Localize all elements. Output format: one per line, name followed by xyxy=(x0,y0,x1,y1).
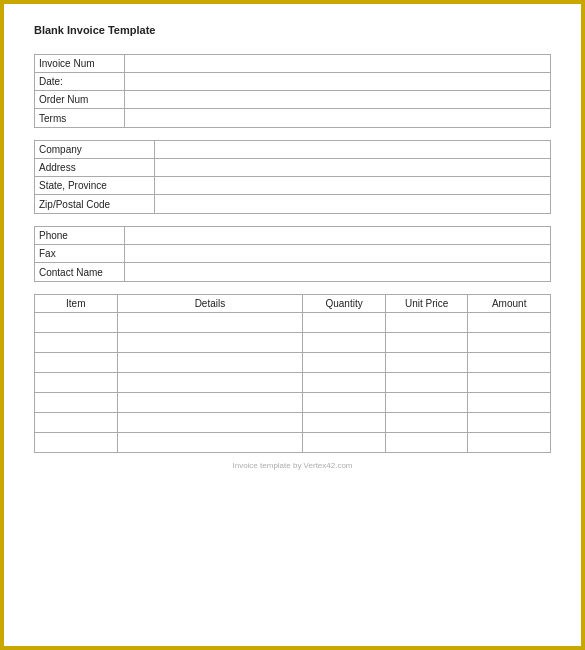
invoice-table: Item Details Quantity Unit Price Amount xyxy=(34,294,551,453)
info-section: Invoice Num Date: Order Num Terms xyxy=(34,54,551,128)
table-cell-4-0[interactable] xyxy=(35,393,118,413)
table-row xyxy=(35,313,551,333)
table-cell-1-2[interactable] xyxy=(303,333,386,353)
table-cell-6-0[interactable] xyxy=(35,433,118,453)
table-cell-4-4[interactable] xyxy=(468,393,551,413)
label-fax: Fax xyxy=(35,245,125,262)
table-cell-3-2[interactable] xyxy=(303,373,386,393)
field-row-phone: Phone xyxy=(35,227,550,245)
value-terms[interactable] xyxy=(125,109,550,127)
field-row-invoice: Invoice Num xyxy=(35,55,550,73)
table-cell-1-0[interactable] xyxy=(35,333,118,353)
table-cell-4-2[interactable] xyxy=(303,393,386,413)
table-cell-0-4[interactable] xyxy=(468,313,551,333)
value-fax[interactable] xyxy=(125,245,550,262)
field-row-address: Address xyxy=(35,159,550,177)
page-title: Blank Invoice Template xyxy=(34,24,551,36)
table-cell-3-0[interactable] xyxy=(35,373,118,393)
table-cell-6-2[interactable] xyxy=(303,433,386,453)
table-row xyxy=(35,333,551,353)
table-cell-3-4[interactable] xyxy=(468,373,551,393)
value-company[interactable] xyxy=(155,141,550,158)
table-cell-5-3[interactable] xyxy=(385,413,468,433)
table-cell-0-3[interactable] xyxy=(385,313,468,333)
col-header-details: Details xyxy=(117,295,303,313)
value-zip[interactable] xyxy=(155,195,550,213)
table-row xyxy=(35,393,551,413)
table-row xyxy=(35,373,551,393)
table-cell-2-3[interactable] xyxy=(385,353,468,373)
field-row-terms: Terms xyxy=(35,109,550,127)
label-order-num: Order Num xyxy=(35,91,125,108)
table-cell-1-4[interactable] xyxy=(468,333,551,353)
field-row-order: Order Num xyxy=(35,91,550,109)
col-header-unit-price: Unit Price xyxy=(385,295,468,313)
value-phone[interactable] xyxy=(125,227,550,244)
label-zip: Zip/Postal Code xyxy=(35,195,155,213)
value-invoice-num[interactable] xyxy=(125,55,550,72)
company-section: Company Address State, Province Zip/Post… xyxy=(34,140,551,214)
field-row-contact: Contact Name xyxy=(35,263,550,281)
label-date: Date: xyxy=(35,73,125,90)
table-cell-0-2[interactable] xyxy=(303,313,386,333)
table-cell-2-4[interactable] xyxy=(468,353,551,373)
label-invoice-num: Invoice Num xyxy=(35,55,125,72)
field-row-fax: Fax xyxy=(35,245,550,263)
col-header-item: Item xyxy=(35,295,118,313)
table-cell-5-0[interactable] xyxy=(35,413,118,433)
label-address: Address xyxy=(35,159,155,176)
table-header-row: Item Details Quantity Unit Price Amount xyxy=(35,295,551,313)
value-contact[interactable] xyxy=(125,263,550,281)
col-header-amount: Amount xyxy=(468,295,551,313)
table-cell-3-3[interactable] xyxy=(385,373,468,393)
table-cell-5-4[interactable] xyxy=(468,413,551,433)
table-cell-2-1[interactable] xyxy=(117,353,303,373)
footer-text: Invoice template by Vertex42.com xyxy=(34,461,551,470)
table-row xyxy=(35,433,551,453)
field-row-company: Company xyxy=(35,141,550,159)
value-address[interactable] xyxy=(155,159,550,176)
table-cell-2-2[interactable] xyxy=(303,353,386,373)
value-date[interactable] xyxy=(125,73,550,90)
table-cell-0-0[interactable] xyxy=(35,313,118,333)
table-cell-4-1[interactable] xyxy=(117,393,303,413)
field-row-date: Date: xyxy=(35,73,550,91)
page-wrapper: Blank Invoice Template Invoice Num Date:… xyxy=(0,0,585,650)
label-contact: Contact Name xyxy=(35,263,125,281)
table-cell-6-4[interactable] xyxy=(468,433,551,453)
field-row-state: State, Province xyxy=(35,177,550,195)
table-cell-3-1[interactable] xyxy=(117,373,303,393)
col-header-quantity: Quantity xyxy=(303,295,386,313)
table-cell-4-3[interactable] xyxy=(385,393,468,413)
value-state[interactable] xyxy=(155,177,550,194)
table-cell-5-1[interactable] xyxy=(117,413,303,433)
table-cell-6-3[interactable] xyxy=(385,433,468,453)
label-state: State, Province xyxy=(35,177,155,194)
value-order-num[interactable] xyxy=(125,91,550,108)
field-row-zip: Zip/Postal Code xyxy=(35,195,550,213)
contact-section: Phone Fax Contact Name xyxy=(34,226,551,282)
label-terms: Terms xyxy=(35,109,125,127)
table-row xyxy=(35,413,551,433)
table-cell-6-1[interactable] xyxy=(117,433,303,453)
table-cell-0-1[interactable] xyxy=(117,313,303,333)
content-area: Blank Invoice Template Invoice Num Date:… xyxy=(4,4,581,480)
table-cell-5-2[interactable] xyxy=(303,413,386,433)
label-phone: Phone xyxy=(35,227,125,244)
table-cell-2-0[interactable] xyxy=(35,353,118,373)
table-cell-1-3[interactable] xyxy=(385,333,468,353)
table-cell-1-1[interactable] xyxy=(117,333,303,353)
label-company: Company xyxy=(35,141,155,158)
table-row xyxy=(35,353,551,373)
